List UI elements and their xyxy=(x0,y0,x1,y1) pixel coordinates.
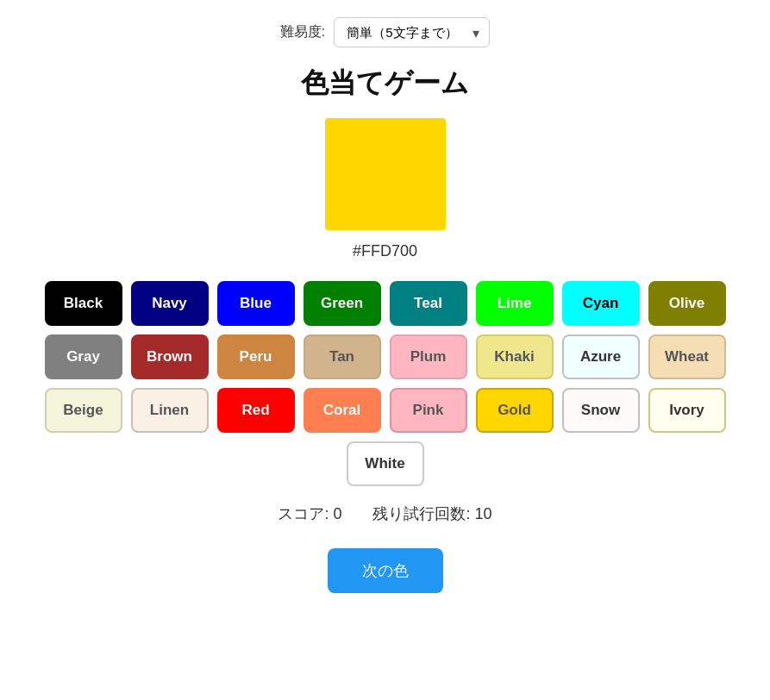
color-btn-ivory[interactable]: Ivory xyxy=(648,388,726,433)
color-btn-cyan[interactable]: Cyan xyxy=(562,281,640,326)
color-btn-peru[interactable]: Peru xyxy=(217,334,295,379)
color-row-1: GrayBrownPeruTanPlumKhakiAzureWheat xyxy=(45,334,726,379)
color-hex-label: #FFD700 xyxy=(353,242,417,260)
color-btn-black[interactable]: Black xyxy=(45,281,122,326)
color-display-box xyxy=(325,118,446,230)
difficulty-row: 難易度: 簡単（5文字まで）普通（8文字まで）難しい（全色） xyxy=(280,17,490,47)
difficulty-select[interactable]: 簡単（5文字まで）普通（8文字まで）難しい（全色） xyxy=(334,17,490,47)
color-btn-navy[interactable]: Navy xyxy=(131,281,209,326)
color-btn-wheat[interactable]: Wheat xyxy=(648,334,726,379)
color-btn-plum[interactable]: Plum xyxy=(390,334,467,379)
color-btn-azure[interactable]: Azure xyxy=(562,334,640,379)
game-title: 色当てゲーム xyxy=(301,65,469,103)
color-btn-red[interactable]: Red xyxy=(217,388,295,433)
color-row-2: BeigeLinenRedCoralPinkGoldSnowIvory xyxy=(45,388,726,433)
color-btn-gray[interactable]: Gray xyxy=(45,334,122,379)
color-btn-lime[interactable]: Lime xyxy=(476,281,554,326)
color-btn-brown[interactable]: Brown xyxy=(131,334,209,379)
score-row: スコア: 0 残り試行回数: 10 xyxy=(278,503,491,524)
color-btn-snow[interactable]: Snow xyxy=(562,388,640,433)
color-btn-white[interactable]: White xyxy=(347,441,424,486)
color-btn-linen[interactable]: Linen xyxy=(131,388,209,433)
color-btn-green[interactable]: Green xyxy=(304,281,381,326)
color-btn-coral[interactable]: Coral xyxy=(304,388,381,433)
color-buttons-grid: BlackNavyBlueGreenTealLimeCyanOliveGrayB… xyxy=(17,281,753,486)
next-color-button[interactable]: 次の色 xyxy=(328,548,443,593)
color-btn-khaki[interactable]: Khaki xyxy=(476,334,554,379)
color-btn-blue[interactable]: Blue xyxy=(217,281,295,326)
difficulty-select-wrapper[interactable]: 簡単（5文字まで）普通（8文字まで）難しい（全色） xyxy=(334,17,490,47)
color-btn-pink[interactable]: Pink xyxy=(390,388,467,433)
difficulty-label: 難易度: xyxy=(280,23,325,41)
color-btn-olive[interactable]: Olive xyxy=(648,281,726,326)
color-btn-beige[interactable]: Beige xyxy=(45,388,122,433)
color-row-0: BlackNavyBlueGreenTealLimeCyanOlive xyxy=(45,281,726,326)
color-btn-tan[interactable]: Tan xyxy=(304,334,381,379)
color-row-3: White xyxy=(347,441,424,486)
color-btn-teal[interactable]: Teal xyxy=(390,281,467,326)
color-btn-gold[interactable]: Gold xyxy=(476,388,554,433)
